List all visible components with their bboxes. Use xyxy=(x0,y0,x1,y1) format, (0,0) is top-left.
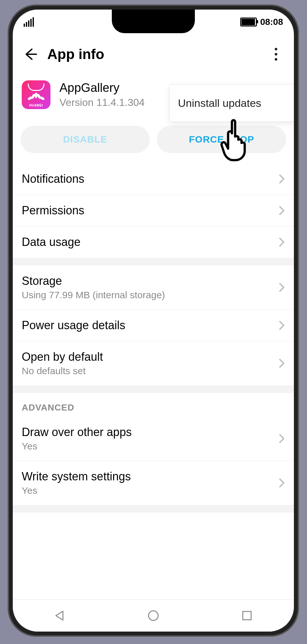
row-write-system-settings[interactable]: Write system settings Yes xyxy=(13,461,294,505)
nav-back-button[interactable] xyxy=(47,606,73,625)
app-icon: HUAWEI xyxy=(22,80,50,109)
chevron-right-icon xyxy=(279,174,285,184)
back-button[interactable] xyxy=(22,45,40,63)
menu-item-uninstall-updates[interactable]: Uninstall updates xyxy=(169,84,294,122)
section-divider xyxy=(13,258,294,265)
chevron-right-icon xyxy=(279,282,285,292)
row-label: Notifications xyxy=(22,172,279,186)
app-version: Version 11.4.1.304 xyxy=(59,97,145,108)
square-recents-icon xyxy=(241,609,253,622)
settings-list: Notifications Permissions Data usage xyxy=(13,163,294,515)
app-bar: App info xyxy=(13,34,294,73)
section-divider xyxy=(13,505,294,513)
triangle-back-icon xyxy=(53,609,66,622)
row-data-usage[interactable]: Data usage xyxy=(13,226,294,258)
menu-item-label: Uninstall updates xyxy=(178,97,261,109)
system-nav-bar xyxy=(13,599,294,632)
phone-screen: 08:08 App info xyxy=(13,10,294,632)
section-divider xyxy=(13,385,294,393)
svg-point-5 xyxy=(149,611,158,620)
huawei-petals-icon xyxy=(27,91,45,101)
phone-frame: 08:08 App info xyxy=(8,4,299,637)
chevron-right-icon xyxy=(279,433,285,444)
section-header-advanced: ADVANCED xyxy=(13,393,294,417)
svg-point-2 xyxy=(35,93,37,98)
page-title: App info xyxy=(47,46,267,62)
row-subtitle: Using 77.99 MB (internal storage) xyxy=(22,290,279,300)
nav-home-button[interactable] xyxy=(141,606,166,625)
app-icon-brand-text: HUAWEI xyxy=(29,104,43,107)
app-name: AppGallery xyxy=(59,81,145,95)
row-subtitle: Yes xyxy=(22,441,279,452)
row-power-usage[interactable]: Power usage details xyxy=(13,310,294,341)
signal-icon xyxy=(24,17,34,27)
svg-rect-6 xyxy=(243,611,251,620)
chevron-right-icon xyxy=(279,358,285,368)
row-label: Open by default xyxy=(22,350,279,364)
row-subtitle: Yes xyxy=(22,485,279,496)
row-subtitle: No defaults set xyxy=(22,366,279,376)
chevron-right-icon xyxy=(279,478,285,488)
force-stop-button[interactable]: FORCE STOP xyxy=(157,126,286,153)
row-storage[interactable]: Storage Using 77.99 MB (internal storage… xyxy=(13,265,294,310)
chevron-right-icon xyxy=(279,320,285,330)
row-label: Data usage xyxy=(22,235,279,249)
circle-home-icon xyxy=(147,609,160,622)
row-open-by-default[interactable]: Open by default No defaults set xyxy=(13,341,294,385)
row-permissions[interactable]: Permissions xyxy=(13,195,294,226)
display-notch xyxy=(112,10,195,33)
overflow-menu-button[interactable] xyxy=(267,45,285,63)
row-draw-over-apps[interactable]: Draw over other apps Yes xyxy=(13,417,294,461)
row-label: Draw over other apps xyxy=(22,426,279,439)
arrow-left-icon xyxy=(24,47,38,61)
action-buttons: DISABLE FORCE STOP xyxy=(13,117,294,163)
nav-recents-button[interactable] xyxy=(234,606,260,625)
row-notifications[interactable]: Notifications xyxy=(13,163,294,195)
chevron-right-icon xyxy=(279,237,285,247)
row-label: Power usage details xyxy=(22,319,279,332)
chevron-right-icon xyxy=(279,205,285,216)
disable-button[interactable]: DISABLE xyxy=(20,126,150,153)
row-label: Permissions xyxy=(22,204,279,217)
row-label: Storage xyxy=(22,274,279,288)
status-time: 08:08 xyxy=(260,17,283,27)
row-label: Write system settings xyxy=(22,470,279,483)
battery-icon xyxy=(240,18,257,26)
